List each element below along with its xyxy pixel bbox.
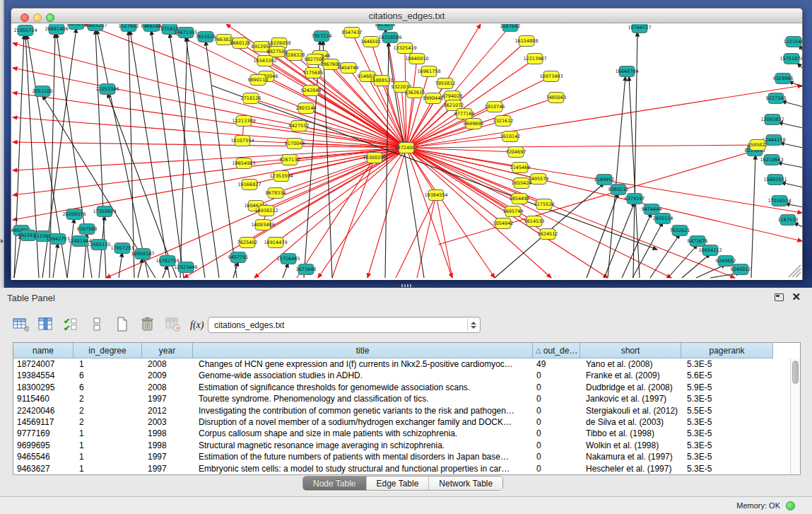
graph-node[interactable]: 16914479 xyxy=(264,238,287,248)
table-row[interactable]: 1456911722003Disruption of a novel membe… xyxy=(13,416,790,428)
column-header-pagerank[interactable]: pagerank xyxy=(681,343,773,358)
scrollbar-thumb[interactable] xyxy=(792,361,799,384)
memory-status-indicator[interactable] xyxy=(786,501,795,510)
graph-edge[interactable] xyxy=(163,265,167,278)
graph-node[interactable]: 18107554 xyxy=(230,136,254,146)
graph-node[interactable]: 1175524 xyxy=(534,199,555,210)
graph-node[interactable]: 9699695 xyxy=(464,119,484,129)
graph-node[interactable]: 10744727 xyxy=(628,24,651,33)
graph-node[interactable]: 19218586 xyxy=(378,33,401,43)
graph-node[interactable]: 9297588 xyxy=(77,224,98,235)
graph-edge[interactable] xyxy=(186,37,219,278)
table-scrollbar[interactable] xyxy=(790,358,800,474)
graph-node[interactable]: 2718126 xyxy=(241,93,261,104)
graph-node[interactable]: 1655424 xyxy=(512,178,532,189)
graph-node[interactable]: 8678334 xyxy=(266,188,286,199)
graph-node[interactable]: 9227343 xyxy=(766,93,787,104)
graph-edge[interactable] xyxy=(332,158,375,278)
graph-node[interactable]: 15751074 xyxy=(779,54,802,64)
graph-edge[interactable] xyxy=(53,243,58,278)
graph-node[interactable]: 17359924 xyxy=(93,206,116,217)
graph-node[interactable]: 10958187 xyxy=(131,249,154,259)
table-row[interactable]: 2242004622012Investigating the contribut… xyxy=(13,405,790,416)
graph-node[interactable]: 1614533 xyxy=(524,216,545,227)
column-header-name[interactable]: name xyxy=(13,343,73,358)
graph-node[interactable]: 16154808 xyxy=(514,36,538,47)
graph-node[interactable]: 1054942 xyxy=(493,218,514,229)
graph-edge[interactable] xyxy=(587,193,618,278)
graph-edge[interactable] xyxy=(297,158,375,278)
graph-node[interactable]: 19654983 xyxy=(232,158,255,169)
graph-node[interactable]: 7204697 xyxy=(506,147,526,158)
graph-node[interactable]: 7625402 xyxy=(237,238,258,248)
graph-node[interactable]: 1321612 xyxy=(493,116,514,127)
table-row[interactable]: 911546021997Tourette syndrome. Phenomeno… xyxy=(13,393,790,404)
graph-node[interactable]: 8267130 xyxy=(280,155,300,165)
graph-node[interactable]: 7955812 xyxy=(435,78,456,89)
graph-node[interactable]: 9777169 xyxy=(454,109,475,119)
graph-node[interactable]: 18640910 xyxy=(405,54,428,64)
graph-edge[interactable] xyxy=(650,234,680,278)
graph-node[interactable]: 1610142 xyxy=(500,132,521,142)
graph-edge[interactable] xyxy=(233,262,238,278)
graph-node[interactable]: 1671648 xyxy=(296,264,317,275)
graph-node[interactable]: 13325419 xyxy=(393,43,416,54)
table-row[interactable]: 969969511998Structural magnetic resonanc… xyxy=(13,440,790,451)
graph-node[interactable]: 5175685 xyxy=(303,68,324,78)
graph-node[interactable]: 16961758 xyxy=(417,66,440,77)
graph-edge[interactable] xyxy=(406,145,758,148)
graph-node[interactable]: 8186328 xyxy=(285,50,305,61)
graph-node[interactable]: 21055724 xyxy=(13,25,37,36)
function-builder-icon[interactable]: f(x) xyxy=(189,315,208,334)
graph-node[interactable]: 1646501 xyxy=(361,37,382,47)
graph-edge[interactable] xyxy=(406,148,671,278)
column-header-out_de[interactable]: △out_de… xyxy=(533,343,580,358)
graph-edge[interactable] xyxy=(14,35,24,278)
window-resize-grip-icon[interactable] xyxy=(789,265,801,277)
splitter-grip[interactable] xyxy=(401,284,411,287)
show-columns-icon[interactable] xyxy=(37,315,55,334)
graph-node[interactable]: 12213967 xyxy=(523,54,546,64)
graph-edge[interactable] xyxy=(151,30,184,278)
graph-node[interactable]: 7615526 xyxy=(196,32,216,42)
column-header-title[interactable]: title xyxy=(193,343,533,358)
graph-node[interactable]: 8454749 xyxy=(339,63,359,74)
graph-node[interactable]: 7632621 xyxy=(670,226,690,236)
graph-edge[interactable] xyxy=(212,86,657,250)
graph-edge[interactable] xyxy=(244,121,406,148)
graph-node[interactable]: 19166827 xyxy=(237,180,261,190)
column-header-in_degree[interactable]: in_degree xyxy=(73,343,142,358)
table-row[interactable]: 977716911998Corpus callosum shape and si… xyxy=(13,428,790,439)
graph-node[interactable]: 1854492 xyxy=(510,194,530,204)
graph-edge[interactable] xyxy=(13,148,406,195)
graph-node[interactable]: 9245012 xyxy=(731,264,751,275)
table-row[interactable]: 1872400712008Changes of HCN gene express… xyxy=(13,358,790,370)
row-height-icon[interactable] xyxy=(88,315,106,334)
graph-node[interactable]: 20691406 xyxy=(45,24,68,35)
expand-panel-arrow-icon[interactable] xyxy=(1,239,4,243)
delete-attribute-icon[interactable] xyxy=(139,315,157,334)
dropdown-stepper-icon[interactable] xyxy=(467,319,478,331)
control-panel-collapsed[interactable] xyxy=(0,0,4,288)
graph-edge[interactable] xyxy=(396,195,436,278)
table-selector-dropdown[interactable]: citations_edges.txt xyxy=(208,317,481,333)
select-columns-icon[interactable]: ✔✔ xyxy=(62,315,81,334)
graph-node[interactable]: 1624512 xyxy=(538,229,558,240)
graph-node[interactable]: 16648784 xyxy=(615,66,638,77)
graph-node[interactable]: 1167533 xyxy=(778,215,799,226)
graph-node[interactable]: 9389232 xyxy=(608,185,629,195)
graph-node[interactable]: 1362615 xyxy=(405,88,425,98)
tab-node-table[interactable]: Node Table xyxy=(303,477,367,490)
graph-edge[interactable] xyxy=(180,37,187,278)
graph-edge[interactable] xyxy=(67,218,74,278)
graph-edge[interactable] xyxy=(777,163,802,168)
graph-edge[interactable] xyxy=(406,148,522,183)
graph-node[interactable]: 9660128 xyxy=(230,38,251,49)
graph-edge[interactable] xyxy=(778,122,802,128)
graph-node[interactable]: 8813074 xyxy=(375,24,396,30)
tab-edge-table[interactable]: Edge Table xyxy=(367,477,430,490)
table-row[interactable]: 1938455462009Genome-wide association stu… xyxy=(13,370,790,381)
graph-node[interactable]: 2140952 xyxy=(594,175,615,185)
graph-node[interactable]: 8547437 xyxy=(342,28,363,38)
graph-edge[interactable] xyxy=(417,195,436,278)
